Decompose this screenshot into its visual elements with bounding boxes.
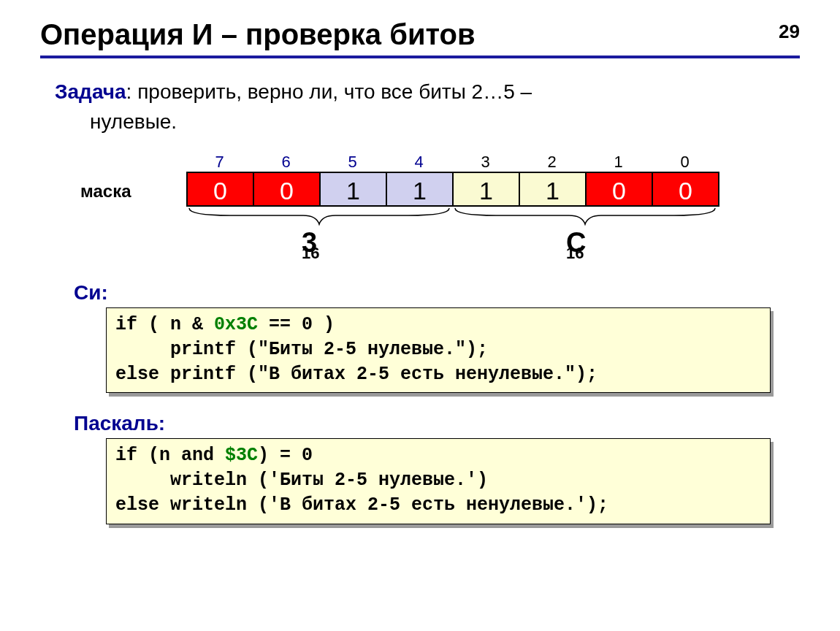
bit-cell: 0 [653,172,719,207]
bit-value-row: 0 0 1 1 1 1 0 0 [186,172,719,207]
code-line: if (n and $3C) = 0 [115,445,313,466]
hex-nibble-right: C16 [566,227,584,263]
code-line: else printf ("В битах 2-5 есть ненулевые… [115,364,597,385]
brace-right-icon [452,207,718,227]
bit-index: 0 [652,153,718,172]
bit-cell: 1 [321,172,387,207]
code-c-box: if ( n & 0x3C == 0 ) printf ("Биты 2-5 н… [106,307,771,393]
bit-cell: 0 [587,172,653,207]
bit-cell: 0 [254,172,321,207]
hex-main: 3 [302,227,317,259]
hex-main: C [566,227,586,259]
task-text-2: нулевые. [55,110,177,133]
page-number: 29 [779,20,800,43]
code-line: if ( n & 0x3C == 0 ) [115,314,335,335]
bit-index: 1 [585,153,652,172]
brace-left-icon [186,207,452,227]
bit-cell: 1 [387,172,454,207]
bit-index: 2 [519,153,585,172]
task-label: Задача [55,80,126,103]
bit-cell: 0 [188,172,254,207]
bit-index: 6 [253,153,319,172]
title-underline [40,56,800,58]
bit-index: 4 [386,153,452,172]
lang-pascal-label: Паскаль: [74,412,800,435]
task-text-1: : проверить, верно ли, что все биты 2…5 … [126,80,532,103]
bit-index-row: 7 6 5 4 3 2 1 0 [186,153,718,172]
bit-cell: 1 [520,172,587,207]
bit-index: 3 [452,153,519,172]
slide-title: Операция И – проверка битов [40,18,800,51]
code-pascal-box: if (n and $3C) = 0 writeln ('Биты 2-5 ну… [106,438,771,524]
bit-cell: 1 [454,172,520,207]
mask-label: маска [80,181,131,202]
bit-mask-diagram: маска 7 6 5 4 3 2 1 0 0 0 1 1 1 1 0 0 [84,153,741,268]
hex-nibble-left: 316 [302,227,319,263]
code-line: printf ("Биты 2-5 нулевые."); [115,339,488,360]
lang-c-label: Си: [74,281,800,305]
code-line: writeln ('Биты 2-5 нулевые.') [115,470,488,491]
task-paragraph: Задача: проверить, верно ли, что все бит… [55,77,800,137]
code-line: else writeln ('В битах 2-5 есть ненулевы… [115,494,608,516]
bit-index: 5 [319,153,386,172]
bit-index: 7 [186,153,253,172]
